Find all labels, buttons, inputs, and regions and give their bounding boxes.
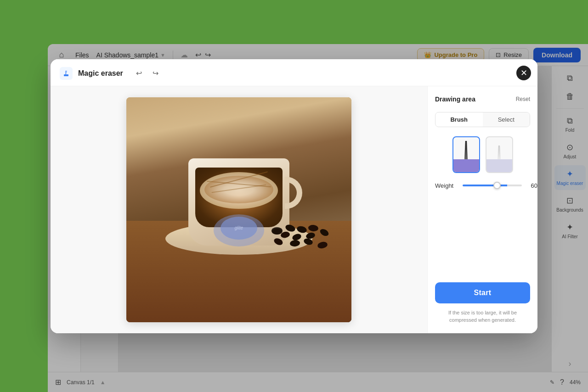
coffee-image[interactable]: glite: [126, 97, 351, 322]
brush-select-toggle: Brush Select: [435, 112, 530, 127]
label-sticker: glite: [220, 217, 257, 240]
modal-overlay: Magic eraser ↩ ↪ ✕: [0, 0, 588, 392]
modal-bottom-spacer: Start If the size is too large, it will …: [435, 282, 530, 324]
start-button[interactable]: Start: [435, 282, 530, 303]
modal-canvas: glite: [51, 86, 427, 333]
modal-header: Magic eraser ↩ ↪ ✕: [51, 59, 537, 86]
brush-preview-light: [486, 136, 513, 173]
brush-base-purple: [453, 159, 479, 172]
bean-6: [308, 224, 318, 232]
beans-area: [267, 223, 340, 250]
bean-8: [273, 237, 284, 246]
bean-11: [317, 241, 328, 249]
brush-option-dark[interactable]: [452, 136, 480, 173]
bean-4: [296, 225, 307, 234]
brush-options: [435, 136, 530, 173]
sticker-text: glite: [235, 225, 243, 230]
select-toggle-button[interactable]: Select: [483, 112, 530, 127]
modal-undo-redo: ↩ ↪: [132, 67, 163, 80]
modal-close-button[interactable]: ✕: [516, 66, 531, 80]
weight-slider[interactable]: [463, 185, 522, 186]
modal-title: Magic eraser: [78, 69, 123, 78]
reset-button[interactable]: Reset: [516, 96, 530, 102]
modal-redo-button[interactable]: ↪: [149, 67, 163, 80]
bean-1: [271, 227, 283, 235]
brush-preview-dark: [452, 136, 480, 173]
drawing-area-title: Drawing area Reset: [435, 95, 530, 103]
weight-value: 60: [526, 182, 537, 189]
bean-10: [303, 237, 313, 246]
weight-label: Weight: [435, 182, 458, 189]
bean-9: [289, 240, 300, 247]
magic-eraser-modal: Magic eraser ↩ ↪ ✕: [51, 59, 537, 333]
brush-base-light: [486, 159, 512, 172]
image-container: glite: [126, 97, 351, 322]
modal-right-panel: Drawing area Reset Brush Select: [427, 86, 537, 333]
bean-12: [319, 228, 330, 237]
modal-tool-icon: [60, 67, 73, 80]
brush-toggle-button[interactable]: Brush: [435, 112, 483, 127]
brush-option-light[interactable]: [486, 136, 513, 173]
svg-rect-0: [64, 74, 68, 76]
weight-row: Weight 60: [435, 182, 530, 189]
modal-body: glite Drawing area Reset: [51, 86, 537, 333]
modal-undo-button[interactable]: ↩: [132, 67, 146, 80]
start-note: If the size is too large, it will be com…: [435, 309, 530, 324]
